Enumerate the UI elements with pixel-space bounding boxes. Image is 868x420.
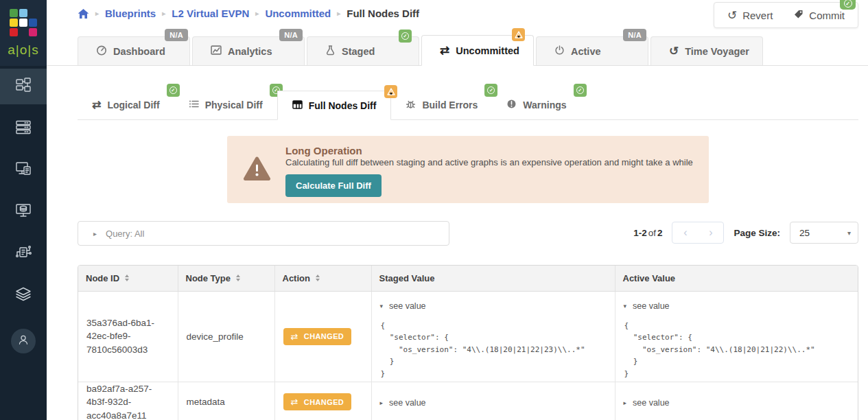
table-row: ba92af7a-a257-4b3f-932d-acc40a8a7e11 met…	[78, 382, 858, 420]
column-header-node-type[interactable]: Node Type	[178, 266, 274, 291]
node-id-cell: ba92af7a-a257-4b3f-932d-acc40a8a7e11	[86, 382, 169, 420]
action-label: CHANGED	[304, 332, 344, 340]
long-operation-banner: Long Operation Calculating full diff bet…	[227, 136, 709, 203]
swap-arrows-icon: ⇄	[92, 100, 101, 110]
check-icon: ✓	[401, 32, 409, 40]
tab-label: Analytics	[228, 46, 272, 57]
sort-icon	[125, 275, 129, 281]
sidebar-item-devices[interactable]	[0, 110, 47, 146]
subtab-label: Build Errors	[422, 100, 478, 110]
page-size-label: Page Size:	[734, 228, 780, 238]
tab-dashboard[interactable]: Dashboard N/A	[78, 36, 190, 65]
page-size-value: 25	[799, 228, 810, 238]
range-text: 1-2	[633, 228, 647, 238]
breadcrumb-separator: ▸	[162, 10, 165, 17]
revert-button[interactable]: ↺ Revert	[727, 10, 773, 21]
nodes-diff-table: Node ID Node Type Action Staged Value Ac…	[78, 265, 858, 420]
main-area: ▸ Blueprints ▸ L2 Virtual EVPN ▸ Uncommi…	[47, 0, 868, 420]
sort-icon	[316, 275, 320, 281]
subtab-logical-diff[interactable]: ⇄ Logical Diff ✓	[78, 90, 174, 119]
next-page-button[interactable]: ›	[698, 222, 723, 243]
caret-down-icon: ▾	[380, 303, 384, 310]
flask-icon	[325, 45, 336, 58]
na-badge: N/A	[623, 29, 646, 41]
analytics-icon	[211, 45, 222, 58]
breadcrumb-current: Full Nodes Diff	[347, 8, 419, 19]
changed-badge: ⇄CHANGED	[283, 328, 352, 345]
page-size-select[interactable]: 25 ▾	[790, 222, 858, 244]
see-value-toggle[interactable]: ▾see value	[380, 301, 426, 311]
sidebar-item-design[interactable]	[0, 152, 47, 188]
sidebar-nav	[0, 69, 47, 353]
column-header-staged-value: Staged Value	[371, 266, 615, 291]
commit-label: Commit	[809, 10, 845, 21]
bug-icon	[406, 99, 416, 111]
calculate-full-diff-button[interactable]: Calculate Full Diff	[285, 174, 382, 197]
long-operation-title: Long Operation	[285, 145, 362, 156]
platform-layers-icon	[14, 285, 32, 306]
sidebar-item-platform[interactable]	[0, 278, 47, 314]
revert-label: Revert	[742, 10, 773, 21]
warning-badge	[512, 28, 525, 41]
staged-value-json: { "selector": { "os_version": "4\\.(18|2…	[381, 320, 607, 380]
see-value-label: see value	[389, 398, 426, 408]
ok-badge: ✓	[399, 30, 412, 43]
breadcrumb-blueprint-name[interactable]: L2 Virtual EVPN	[172, 8, 249, 19]
swap-arrows-icon: ⇄	[440, 45, 449, 56]
see-value-label: see value	[389, 301, 426, 311]
subtab-label: Physical Diff	[205, 100, 263, 110]
sidebar-item-external-systems[interactable]	[0, 236, 47, 272]
tab-time-voyager[interactable]: ↺ Time Voyager	[650, 36, 763, 65]
tab-active[interactable]: Active N/A	[536, 36, 648, 65]
node-type-cell: metadata	[178, 382, 274, 420]
query-expander[interactable]: ▸ Query: All	[78, 221, 449, 246]
node-type-cell: device_profile	[178, 291, 274, 382]
breadcrumb-separator: ▸	[95, 10, 99, 17]
commit-button[interactable]: Commit	[793, 9, 845, 21]
external-systems-icon	[14, 244, 32, 264]
blueprints-icon	[14, 76, 32, 97]
list-icon	[189, 99, 199, 111]
column-header-action[interactable]: Action	[274, 266, 371, 291]
column-label: Action	[283, 273, 310, 283]
see-value-toggle[interactable]: ▸see value	[380, 398, 426, 408]
home-icon[interactable]	[78, 8, 89, 19]
subtab-label: Warnings	[523, 100, 566, 110]
tab-uncommitted[interactable]: ⇄ Uncommitted	[421, 35, 534, 66]
subtab-physical-diff[interactable]: Physical Diff ✓	[174, 90, 277, 119]
tab-analytics[interactable]: Analytics N/A	[192, 36, 305, 65]
see-value-toggle[interactable]: ▸see value	[624, 398, 670, 408]
subtab-warnings[interactable]: Warnings ✓	[492, 90, 580, 119]
sidebar-item-resources[interactable]	[0, 194, 47, 230]
breadcrumb-uncommitted[interactable]: Uncommitted	[265, 8, 331, 19]
user-avatar[interactable]	[11, 329, 36, 353]
see-value-label: see value	[633, 398, 670, 408]
column-header-node-id[interactable]: Node ID	[78, 266, 178, 291]
column-label: Active Value	[623, 273, 676, 283]
caret-down-icon: ▾	[624, 303, 627, 310]
revert-icon: ↺	[727, 10, 737, 21]
check-icon: ✓	[844, 0, 852, 8]
tab-staged[interactable]: Staged ✓	[307, 36, 419, 65]
power-icon	[554, 45, 565, 58]
pagination-range: 1-2of2	[633, 228, 662, 238]
revert-commit-group: ✓ ↺ Revert Commit	[714, 2, 858, 28]
subtab-build-errors[interactable]: Build Errors ✓	[391, 90, 492, 119]
tab-label: Uncommitted	[456, 45, 519, 56]
design-icon	[14, 160, 32, 180]
breadcrumb-blueprints[interactable]: Blueprints	[105, 8, 156, 19]
subtab-full-nodes-diff[interactable]: Full Nodes Diff	[277, 91, 392, 120]
prev-page-button[interactable]: ‹	[672, 222, 698, 243]
swap-arrows-icon: ⇄	[291, 332, 298, 341]
column-header-active-value: Active Value	[615, 266, 858, 291]
see-value-toggle[interactable]: ▾see value	[624, 301, 670, 311]
breadcrumb-separator: ▸	[255, 10, 259, 17]
devices-icon	[14, 118, 32, 139]
ok-badge: ✓	[574, 84, 587, 97]
breadcrumb-separator: ▸	[337, 10, 340, 17]
breadcrumb: ▸ Blueprints ▸ L2 Virtual EVPN ▸ Uncommi…	[78, 8, 419, 19]
sidebar-item-blueprints[interactable]	[0, 69, 47, 104]
see-value-label: see value	[633, 301, 670, 311]
table-header-row: Node ID Node Type Action Staged Value Ac…	[78, 266, 858, 291]
long-operation-message: Calculating full diff between staging an…	[285, 157, 693, 167]
